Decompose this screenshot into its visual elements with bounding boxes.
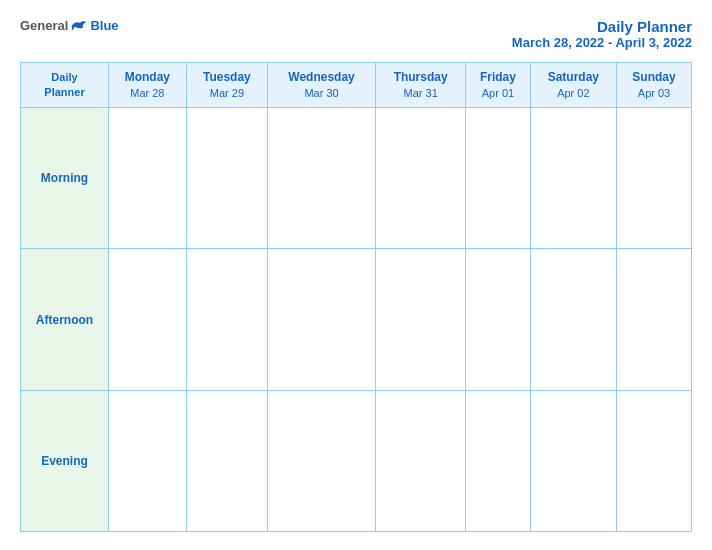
cell-evening-monday[interactable] (109, 390, 187, 531)
logo-general: General (20, 18, 68, 33)
col-header-saturday: Saturday Apr 02 (530, 63, 616, 108)
planner-table: DailyPlanner Monday Mar 28 Tuesday Mar 2… (20, 62, 692, 532)
logo-area: General Blue (20, 18, 119, 33)
table-row-afternoon: Afternoon (21, 249, 692, 390)
row-label-morning: Morning (21, 108, 109, 249)
cell-evening-wednesday[interactable] (268, 390, 376, 531)
cell-morning-thursday[interactable] (376, 108, 466, 249)
col-header-monday: Monday Mar 28 (109, 63, 187, 108)
corner-label: DailyPlanner (44, 71, 84, 98)
col-header-tuesday: Tuesday Mar 29 (186, 63, 267, 108)
cell-morning-tuesday[interactable] (186, 108, 267, 249)
logo-blue: Blue (90, 18, 118, 33)
cell-morning-monday[interactable] (109, 108, 187, 249)
planner-date-range: March 28, 2022 - April 3, 2022 (512, 35, 692, 50)
row-label-afternoon: Afternoon (21, 249, 109, 390)
planner-title: Daily Planner (512, 18, 692, 35)
cell-evening-tuesday[interactable] (186, 390, 267, 531)
title-area: Daily Planner March 28, 2022 - April 3, … (512, 18, 692, 50)
col-header-thursday: Thursday Mar 31 (376, 63, 466, 108)
table-header-row: DailyPlanner Monday Mar 28 Tuesday Mar 2… (21, 63, 692, 108)
logo-text: General Blue (20, 18, 119, 33)
col-header-wednesday: Wednesday Mar 30 (268, 63, 376, 108)
row-label-evening: Evening (21, 390, 109, 531)
cell-afternoon-sunday[interactable] (617, 249, 692, 390)
corner-header: DailyPlanner (21, 63, 109, 108)
cell-evening-thursday[interactable] (376, 390, 466, 531)
cell-afternoon-saturday[interactable] (530, 249, 616, 390)
col-header-sunday: Sunday Apr 03 (617, 63, 692, 108)
cell-morning-friday[interactable] (466, 108, 530, 249)
cell-morning-wednesday[interactable] (268, 108, 376, 249)
cell-evening-friday[interactable] (466, 390, 530, 531)
cell-evening-saturday[interactable] (530, 390, 616, 531)
cell-afternoon-monday[interactable] (109, 249, 187, 390)
bird-icon (70, 19, 88, 33)
cell-afternoon-wednesday[interactable] (268, 249, 376, 390)
page-header: General Blue Daily Planner March 28, 202… (20, 18, 692, 50)
cell-evening-sunday[interactable] (617, 390, 692, 531)
col-header-friday: Friday Apr 01 (466, 63, 530, 108)
cell-morning-saturday[interactable] (530, 108, 616, 249)
cell-afternoon-friday[interactable] (466, 249, 530, 390)
cell-morning-sunday[interactable] (617, 108, 692, 249)
cell-afternoon-tuesday[interactable] (186, 249, 267, 390)
table-row-morning: Morning (21, 108, 692, 249)
cell-afternoon-thursday[interactable] (376, 249, 466, 390)
table-row-evening: Evening (21, 390, 692, 531)
